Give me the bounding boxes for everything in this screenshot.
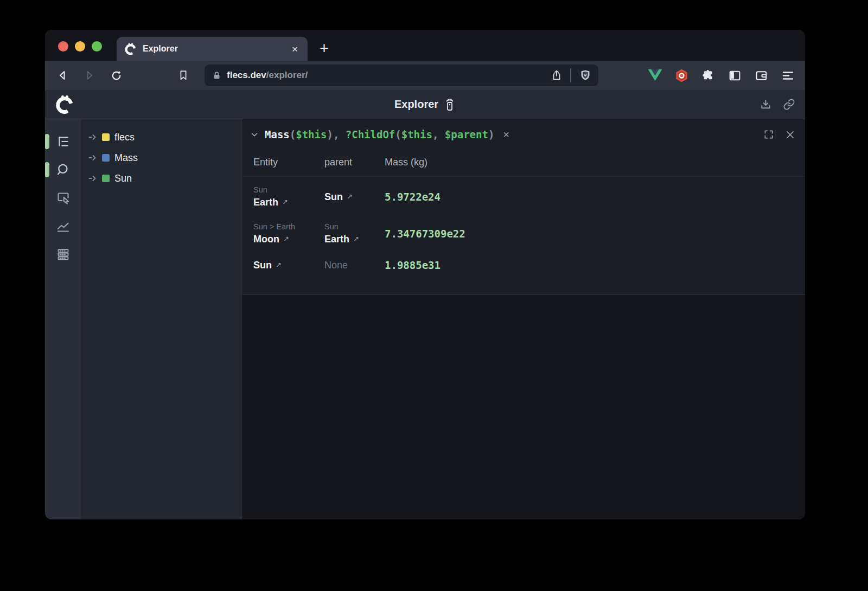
entity-link[interactable]: Sun: [324, 190, 343, 204]
app-title-wrap: Explorer: [45, 98, 805, 112]
sidebar-item-commands[interactable]: [53, 244, 74, 265]
sidebar-item-tree[interactable]: [53, 131, 74, 152]
expand-arrow-icon[interactable]: [88, 133, 97, 141]
app-header-actions: [760, 98, 795, 111]
query-token: (: [395, 129, 401, 140]
vue-devtools-icon[interactable]: [646, 67, 663, 84]
app-header: Explorer: [45, 90, 805, 119]
browser-menu-icon[interactable]: [779, 67, 796, 84]
sidebar-icon-rail: [45, 119, 82, 519]
query-token: ): [327, 129, 333, 140]
hexagon-extension-icon[interactable]: [673, 67, 690, 84]
sidebar-item-stats[interactable]: [53, 216, 74, 236]
app-title: Explorer: [394, 98, 438, 111]
wallet-icon[interactable]: [752, 67, 770, 84]
sidebar-item-inspector[interactable]: [53, 188, 74, 208]
entity-path: Sun > Earth: [253, 221, 324, 232]
sidebar-toggle-icon[interactable]: [726, 67, 743, 84]
share-icon[interactable]: [551, 69, 563, 81]
extension-icons: [646, 67, 796, 84]
tree-item-mass[interactable]: Mass: [82, 147, 241, 168]
tree-item-flecs[interactable]: flecs: [82, 127, 241, 147]
query-token: ): [488, 129, 494, 140]
content-area: flecs Mass Sun: [45, 119, 805, 519]
reload-button[interactable]: [107, 66, 125, 85]
query-header: Mass($this), ?ChildOf($this, $parent) ×: [242, 119, 805, 150]
inspector-icon: [56, 191, 71, 205]
tab-title: Explorer: [143, 44, 284, 54]
entity-path: Sun: [324, 221, 385, 232]
entity-tree-panel: flecs Mass Sun: [82, 119, 241, 519]
url-bar[interactable]: flecs.dev/explorer/: [205, 65, 598, 86]
entity-cell: Sun↗: [253, 258, 324, 272]
query-panel: Mass($this), ?ChildOf($this, $parent) ×: [242, 119, 805, 295]
tree-icon: [56, 134, 71, 149]
goto-entity-icon[interactable]: ↗: [347, 190, 353, 204]
minimize-window-button[interactable]: [75, 41, 85, 52]
goto-entity-icon[interactable]: ↗: [276, 258, 282, 272]
bookmark-icon[interactable]: [174, 66, 193, 85]
traffic-lights: [58, 41, 102, 52]
new-tab-button[interactable]: +: [320, 41, 329, 56]
query-token: $this: [401, 129, 432, 140]
goto-entity-icon[interactable]: ↗: [353, 232, 359, 246]
clear-query-icon[interactable]: ×: [503, 129, 509, 141]
query-expression[interactable]: Mass($this), ?ChildOf($this, $parent): [265, 129, 494, 140]
tree-item-sun[interactable]: Sun: [82, 168, 241, 189]
expand-arrow-icon[interactable]: [88, 175, 97, 182]
query-token: (: [290, 129, 296, 140]
component-color-swatch: [102, 154, 110, 162]
mass-value: 5.9722e24: [385, 191, 805, 203]
tab-strip: Explorer × +: [45, 30, 805, 61]
expand-arrow-icon[interactable]: [88, 154, 97, 162]
parent-none: None: [324, 260, 385, 271]
url-path: /explorer/: [266, 70, 308, 81]
remote-connection-icon[interactable]: [444, 98, 456, 112]
goto-entity-icon[interactable]: ↗: [283, 232, 289, 246]
query-token: $parent: [445, 129, 488, 140]
commands-icon: [56, 247, 71, 262]
table-row: Sun Earth↗ Sun↗ 5.9722e24: [242, 184, 805, 209]
mass-value: 7.34767309e22: [385, 228, 805, 240]
entity-link[interactable]: Earth: [324, 232, 349, 246]
stats-icon: [56, 219, 71, 234]
back-button[interactable]: [54, 66, 72, 85]
active-panel-indicator: [45, 162, 49, 177]
entity-link[interactable]: Moon: [253, 232, 279, 246]
column-parent[interactable]: parent: [324, 157, 385, 168]
chevron-down-icon[interactable]: [250, 130, 259, 139]
entity-link[interactable]: Sun: [253, 258, 272, 272]
query-token: ?ChildOf: [346, 129, 395, 140]
active-panel-indicator: [45, 134, 49, 149]
entity-color-swatch: [102, 175, 110, 182]
url-host: flecs.dev: [227, 70, 266, 81]
entity-link[interactable]: Earth: [253, 195, 278, 209]
close-panel-icon[interactable]: [785, 130, 795, 140]
tab-close-button[interactable]: ×: [290, 43, 300, 55]
main-panel: Mass($this), ?ChildOf($this, $parent) ×: [241, 119, 805, 519]
empty-canvas: [242, 295, 805, 519]
fullscreen-icon[interactable]: [763, 129, 774, 140]
forward-button[interactable]: [80, 66, 98, 85]
module-color-swatch: [102, 133, 110, 141]
table-row: Sun > Earth Moon↗ Sun Earth↗ 7.34767309e…: [242, 221, 805, 246]
link-icon[interactable]: [783, 98, 795, 111]
download-icon[interactable]: [760, 98, 772, 111]
column-entity[interactable]: Entity: [253, 157, 324, 168]
entity-cell: Sun > Earth Moon↗: [253, 221, 324, 246]
url-divider: [570, 68, 571, 82]
browser-window: Explorer × + fle: [45, 30, 805, 519]
results-table-header: Entity parent Mass (kg): [242, 150, 805, 177]
parent-cell: Sun Earth↗: [324, 221, 385, 246]
browser-tab[interactable]: Explorer ×: [117, 37, 308, 61]
close-window-button[interactable]: [58, 41, 68, 52]
goto-entity-icon[interactable]: ↗: [282, 195, 288, 209]
query-token: ,: [333, 129, 346, 140]
query-token: ,: [432, 129, 445, 140]
sidebar-item-query[interactable]: [53, 159, 74, 180]
column-mass[interactable]: Mass (kg): [385, 157, 805, 168]
extensions-puzzle-icon[interactable]: [699, 67, 717, 84]
brave-shield-icon[interactable]: [579, 69, 592, 82]
zoom-window-button[interactable]: [92, 41, 102, 52]
query-token: $this: [296, 129, 327, 140]
